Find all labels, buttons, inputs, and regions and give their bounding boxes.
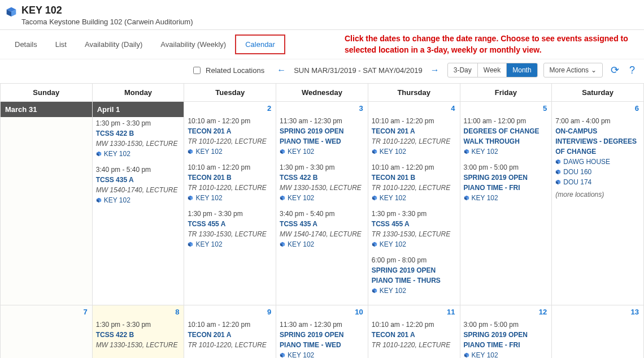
event[interactable]: 1:30 pm - 3:30 pm TCSS 422 B MW 1330-153…	[96, 320, 181, 350]
cube-icon	[96, 151, 102, 157]
day-cell[interactable]: 9 10:10 am - 12:20 pm TECON 201 A TR 101…	[184, 305, 276, 358]
tab-calendar[interactable]: Calendar	[235, 34, 285, 54]
event[interactable]: 1:30 pm - 3:30 pm TCSS 455 A TR 1330-153…	[188, 209, 272, 249]
day-cell[interactable]: March 31	[1, 102, 93, 305]
help-button[interactable]: ?	[627, 64, 637, 76]
calendar-toolbar: Related Locations ← SUN MAR/31/2019 - SA…	[0, 59, 644, 83]
page-title: KEY 102	[21, 5, 193, 16]
view-segmented: 3-Day Week Month	[447, 63, 538, 77]
more-locations[interactable]: (more locations)	[555, 189, 640, 200]
event[interactable]: 3:00 pm - 5:00 pm SPRING 2019 OPEN PIANO…	[464, 162, 549, 203]
event[interactable]: 3:00 pm - 5:00 pm SPRING 2019 OPEN PIANO…	[464, 320, 549, 358]
event[interactable]: 10:10 am - 12:20 pm TECON 201 B TR 1010-…	[188, 162, 272, 203]
day-cell[interactable]: 12 3:00 pm - 5:00 pm SPRING 2019 OPEN PI…	[460, 305, 552, 358]
event[interactable]: 1:30 pm - 3:30 pm TCSS 422 B MW 1330-153…	[96, 118, 181, 159]
tab-availability-weekly[interactable]: Availability (Weekly)	[151, 36, 235, 53]
view-3day[interactable]: 3-Day	[448, 63, 478, 77]
event[interactable]: 1:30 pm - 3:30 pm TCSS 422 B MW 1330-153…	[280, 162, 364, 203]
location-cube-icon	[6, 6, 17, 18]
dow-thu: Thursday	[368, 84, 460, 102]
calendar-grid: Sunday Monday Tuesday Wednesday Thursday…	[0, 83, 644, 358]
cube-icon	[464, 195, 469, 201]
cube-icon	[372, 195, 377, 201]
dow-tue: Tuesday	[184, 84, 276, 102]
day-cell[interactable]: 8 1:30 pm - 3:30 pm TCSS 422 B MW 1330-1…	[92, 305, 184, 358]
dow-wed: Wednesday	[276, 84, 368, 102]
next-range-button[interactable]: →	[428, 65, 442, 75]
cube-icon	[188, 149, 193, 154]
event[interactable]: 11:30 am - 12:30 pm SPRING 2019 OPEN PIA…	[280, 116, 364, 157]
event[interactable]: 3:40 pm - 5:40 pm TCSS 435 A MW 1540-174…	[280, 209, 364, 249]
cube-icon	[555, 169, 561, 175]
event[interactable]: 10:10 am - 12:20 pm TECON 201 A TR 1010-…	[372, 116, 456, 157]
cube-icon	[96, 197, 102, 203]
event[interactable]: 11:00 am - 12:00 pm DEGREES OF CHANGE WA…	[464, 116, 549, 157]
dow-mon: Monday	[92, 84, 184, 102]
more-actions-button[interactable]: More Actions ⌄	[543, 63, 603, 77]
page-subtitle: Tacoma Keystone Building 102 (Carwein Au…	[21, 18, 193, 26]
event[interactable]: 10:10 am - 12:20 pm TECON 201 A TR 1010-…	[372, 320, 456, 350]
tab-availability-daily[interactable]: Availability (Daily)	[76, 36, 151, 53]
event[interactable]: 7:00 am - 4:00 pm ON-CAMPUS INTERVIEWS -…	[555, 116, 640, 200]
event[interactable]: 10:10 am - 12:20 pm TECON 201 A TR 1010-…	[188, 116, 272, 157]
refresh-button[interactable]: ⟳	[608, 64, 621, 76]
cube-icon	[280, 352, 285, 358]
cube-icon	[372, 241, 377, 247]
day-cell[interactable]: 3 11:30 am - 12:30 pm SPRING 2019 OPEN P…	[276, 102, 368, 305]
cube-icon	[555, 159, 561, 165]
prev-range-button[interactable]: ←	[275, 65, 288, 75]
instruction-note: Click the dates to change the date range…	[345, 33, 638, 55]
day-cell[interactable]: 2 10:10 am - 12:20 pm TECON 201 A TR 101…	[184, 102, 276, 305]
tab-details[interactable]: Details	[6, 36, 46, 53]
event[interactable]: 3:40 pm - 5:40 pm TCSS 435 A MW 1540-174…	[96, 165, 181, 205]
tab-bar: Details List Availability (Daily) Availa…	[0, 30, 644, 59]
day-cell[interactable]: 4 10:10 am - 12:20 pm TECON 201 A TR 101…	[368, 102, 460, 305]
week-row: 7 8 1:30 pm - 3:30 pm TCSS 422 B MW 1330…	[1, 305, 644, 358]
cube-icon	[188, 241, 193, 247]
cube-icon	[464, 149, 469, 154]
cube-icon	[372, 149, 377, 154]
day-cell[interactable]: April 1 1:30 pm - 3:30 pm TCSS 422 B MW …	[92, 102, 184, 305]
view-month[interactable]: Month	[507, 63, 537, 77]
dow-sun: Sunday	[1, 84, 93, 102]
day-cell[interactable]: 11 10:10 am - 12:20 pm TECON 201 A TR 10…	[368, 305, 460, 358]
date-range[interactable]: SUN MAR/31/2019 - SAT MAY/04/2019	[294, 66, 423, 75]
cube-icon	[555, 179, 561, 185]
tab-list[interactable]: List	[46, 36, 76, 53]
cube-icon	[280, 241, 285, 247]
dow-fri: Friday	[460, 84, 552, 102]
view-week[interactable]: Week	[478, 63, 507, 77]
day-cell[interactable]: 6 7:00 am - 4:00 pm ON-CAMPUS INTERVIEWS…	[552, 102, 644, 305]
event[interactable]: 6:00 pm - 8:00 pm SPRING 2019 OPEN PIANO…	[372, 255, 456, 296]
event[interactable]: 1:30 pm - 3:30 pm TCSS 455 A TR 1330-153…	[372, 209, 456, 249]
chevron-down-icon: ⌄	[591, 66, 597, 74]
cube-icon	[188, 195, 193, 201]
day-cell[interactable]: 5 11:00 am - 12:00 pm DEGREES OF CHANGE …	[460, 102, 552, 305]
event[interactable]: 10:10 am - 12:20 pm TECON 201 A TR 1010-…	[188, 320, 272, 350]
cube-icon	[280, 195, 285, 201]
event[interactable]: 11:30 am - 12:30 pm SPRING 2019 OPEN PIA…	[280, 320, 364, 358]
related-locations-checkbox[interactable]	[193, 67, 201, 74]
related-locations-label: Related Locations	[206, 66, 264, 75]
cube-icon	[464, 352, 469, 358]
day-cell[interactable]: 10 11:30 am - 12:30 pm SPRING 2019 OPEN …	[276, 305, 368, 358]
day-cell[interactable]: 7	[1, 305, 93, 358]
page-header: KEY 102 Tacoma Keystone Building 102 (Ca…	[0, 0, 644, 30]
week-row: March 31 April 1 1:30 pm - 3:30 pm TCSS …	[1, 102, 644, 305]
day-cell[interactable]: 13	[552, 305, 644, 358]
cube-icon	[372, 288, 377, 294]
event[interactable]: 10:10 am - 12:20 pm TECON 201 B TR 1010-…	[372, 162, 456, 203]
cube-icon	[280, 149, 285, 154]
dow-sat: Saturday	[552, 84, 644, 102]
related-locations-toggle[interactable]: Related Locations	[191, 65, 264, 76]
